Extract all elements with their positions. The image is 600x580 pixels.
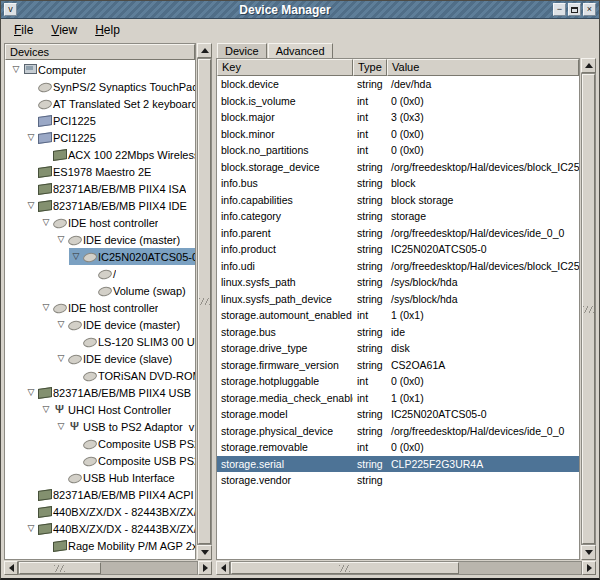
table-vertical-scrollbar[interactable]: [581, 58, 596, 560]
scrollbar-trough[interactable]: [197, 58, 212, 545]
table-row[interactable]: block.devicestring/dev/hda: [217, 76, 579, 93]
tree-item[interactable]: LS-120 SLIM3 00 UHD Flopp: [5, 333, 195, 350]
table-row[interactable]: block.is_volumeint0 (0x0): [217, 93, 579, 110]
table-row[interactable]: storage.vendorstring: [217, 472, 579, 489]
table-row[interactable]: info.capabilitiesstringblock storage: [217, 192, 579, 209]
devices-header[interactable]: Devices: [5, 44, 195, 60]
column-header-type[interactable]: Type: [353, 59, 387, 76]
tree-item-body[interactable]: ▽82371AB/EB/MB PIIX4 USB: [24, 384, 195, 401]
column-header-value[interactable]: Value: [387, 59, 579, 76]
tree-item[interactable]: AT Translated Set 2 keyboard: [5, 95, 195, 112]
table-row[interactable]: info.busstringblock: [217, 175, 579, 192]
tree-item[interactable]: 82371AB/EB/MB PIIX4 ISA: [5, 180, 195, 197]
scrollbar-trough[interactable]: [230, 561, 582, 575]
tree-item-body[interactable]: USB Hub Interface: [54, 469, 195, 486]
table-row[interactable]: block.storage_devicestring/org/freedeskt…: [217, 159, 579, 176]
tree-item-body[interactable]: ▽IC25N020ATCS05-0: [69, 248, 195, 265]
table-row[interactable]: storage.media_check_enabledint1 (0x1): [217, 390, 579, 407]
scrollbar-thumb[interactable]: [231, 562, 459, 574]
minimize-button[interactable]: −: [553, 3, 566, 16]
expander-icon[interactable]: ▽: [24, 520, 38, 537]
maximize-button[interactable]: [568, 3, 581, 16]
table-row[interactable]: block.no_partitionsint0 (0x0): [217, 142, 579, 159]
expander-icon[interactable]: ▽: [24, 129, 38, 146]
tree-item-body[interactable]: 440BX/ZX/DX - 82443BX/ZX/DX Ho: [24, 503, 195, 520]
tree-item[interactable]: Composite USB PS2 Conver: [5, 452, 195, 469]
expander-icon[interactable]: ▽: [9, 61, 23, 78]
table-row[interactable]: storage.firmware_versionstringCS2OA61A: [217, 357, 579, 374]
expander-icon[interactable]: ▽: [39, 299, 53, 316]
scroll-down-button[interactable]: [581, 545, 596, 560]
table-row[interactable]: storage.busstringide: [217, 324, 579, 341]
tree-item[interactable]: ▽IDE device (slave): [5, 350, 195, 367]
tree-item-body[interactable]: ▽IDE device (master): [54, 231, 195, 248]
tree-item[interactable]: ▽IC25N020ATCS05-0: [5, 248, 195, 265]
tree-item-body[interactable]: ▽IDE device (master): [54, 316, 195, 333]
tree-item[interactable]: ▽ΨUSB to PS2 Adaptor v1.12: [5, 418, 195, 435]
tree-item[interactable]: 440BX/ZX/DX - 82443BX/ZX/DX Ho: [5, 503, 195, 520]
expander-icon[interactable]: ▽: [54, 316, 68, 333]
tree-item[interactable]: ▽Computer: [5, 61, 195, 78]
tree-item-body[interactable]: ▽IDE host controller: [39, 214, 195, 231]
tree-item[interactable]: Volume (swap): [5, 282, 195, 299]
scroll-up-button[interactable]: [581, 58, 596, 73]
scroll-right-button[interactable]: [198, 561, 212, 575]
table-row[interactable]: info.udistring/org/freedesktop/Hal/devic…: [217, 258, 579, 275]
table-row[interactable]: block.majorint3 (0x3): [217, 109, 579, 126]
scroll-up-button[interactable]: [197, 43, 212, 58]
tree-item[interactable]: ▽82371AB/EB/MB PIIX4 IDE: [5, 197, 195, 214]
tree-item-body[interactable]: AT Translated Set 2 keyboard: [24, 95, 195, 112]
scroll-left-button[interactable]: [4, 561, 18, 575]
tree-vertical-scrollbar[interactable]: [197, 43, 212, 560]
tree-item[interactable]: /: [5, 265, 195, 282]
scroll-down-button[interactable]: [197, 545, 212, 560]
scrollbar-trough[interactable]: [18, 561, 198, 575]
tree-item-body[interactable]: PCI1225: [24, 112, 195, 129]
tree-item[interactable]: ▽440BX/ZX/DX - 82443BX/ZX/DX AC: [5, 520, 195, 537]
column-header-key[interactable]: Key: [217, 59, 353, 76]
table-row[interactable]: info.categorystringstorage: [217, 208, 579, 225]
tree-item-body[interactable]: 82371AB/EB/MB PIIX4 ACPI: [24, 486, 195, 503]
table-row[interactable]: info.productstringIC25N020ATCS05-0: [217, 241, 579, 258]
titlebar[interactable]: v Device Manager − ×: [1, 1, 599, 19]
table-row[interactable]: storage.automount_enabledint1 (0x1): [217, 307, 579, 324]
tree-item[interactable]: ▽IDE device (master): [5, 316, 195, 333]
tree-item-body[interactable]: /: [84, 265, 195, 282]
tab-device[interactable]: Device: [217, 43, 267, 58]
tree-item[interactable]: PCI1225: [5, 112, 195, 129]
tree-item[interactable]: ▽PCI1225: [5, 129, 195, 146]
tree-item-body[interactable]: ▽Computer: [9, 61, 195, 78]
scrollbar-thumb[interactable]: [198, 59, 211, 544]
table-row[interactable]: storage.drive_typestringdisk: [217, 340, 579, 357]
tree-item-body[interactable]: Composite USB PS2 Conver: [69, 435, 195, 452]
tree-item-body[interactable]: Composite USB PS2 Conver: [69, 452, 195, 469]
tree-item[interactable]: TORiSAN DVD-ROM DRD-U: [5, 367, 195, 384]
tree-item-body[interactable]: ▽IDE host controller: [39, 299, 195, 316]
scrollbar-thumb[interactable]: [19, 562, 101, 574]
tree-item-body[interactable]: ▽IDE device (slave): [54, 350, 195, 367]
table-row[interactable]: storage.hotpluggableint0 (0x0): [217, 373, 579, 390]
tree-item[interactable]: ACX 100 22Mbps Wireless Interfa: [5, 146, 195, 163]
menu-view[interactable]: View: [42, 20, 86, 40]
menu-help[interactable]: Help: [86, 20, 129, 40]
tree-item[interactable]: ▽IDE host controller: [5, 299, 195, 316]
table-horizontal-scrollbar[interactable]: [216, 561, 596, 575]
expander-icon[interactable]: ▽: [24, 384, 38, 401]
tree-horizontal-scrollbar[interactable]: [4, 561, 212, 575]
tree-item[interactable]: USB Hub Interface: [5, 469, 195, 486]
table-row[interactable]: storage.physical_devicestring/org/freede…: [217, 423, 579, 440]
table-row[interactable]: storage.removableint0 (0x0): [217, 439, 579, 456]
tree-item[interactable]: ▽82371AB/EB/MB PIIX4 USB: [5, 384, 195, 401]
expander-icon[interactable]: ▽: [54, 231, 68, 248]
close-button[interactable]: ×: [583, 3, 596, 16]
scroll-right-button[interactable]: [582, 561, 596, 575]
tree-item[interactable]: 82371AB/EB/MB PIIX4 ACPI: [5, 486, 195, 503]
tab-advanced[interactable]: Advanced: [268, 43, 333, 58]
tree-item-body[interactable]: ACX 100 22Mbps Wireless Interfa: [39, 146, 195, 163]
tree-item[interactable]: ▽ΨUHCI Host Controller: [5, 401, 195, 418]
menu-file[interactable]: File: [5, 20, 42, 40]
tree-item[interactable]: ▽IDE host controller: [5, 214, 195, 231]
expander-icon[interactable]: ▽: [54, 418, 68, 435]
tree-item-body[interactable]: Rage Mobility P/M AGP 2x: [39, 537, 195, 554]
table-row[interactable]: storage.modelstringIC25N020ATCS05-0: [217, 406, 579, 423]
